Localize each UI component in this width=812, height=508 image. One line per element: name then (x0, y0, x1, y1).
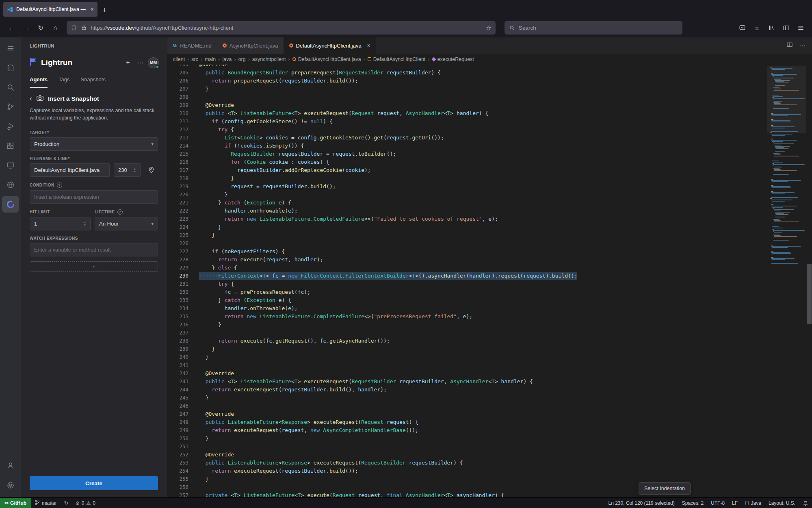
eol-indicator[interactable]: LF (728, 498, 741, 508)
back-chevron-icon[interactable]: ‹ (30, 94, 32, 103)
tab-tags[interactable]: Tags (58, 76, 69, 88)
search-icon[interactable] (2, 79, 19, 96)
code-line[interactable]: 210 public <T> ListenableFuture<T> execu… (167, 109, 767, 117)
line-number[interactable]: 214 (167, 142, 188, 150)
code-line[interactable]: 232 fc = preProcessRequest(fc); (167, 288, 767, 296)
stepper-arrows[interactable]: ▲▼ (84, 221, 86, 226)
code-line[interactable]: 204@Override (167, 65, 767, 69)
keyboard-layout-indicator[interactable]: Layout: U.S. (765, 498, 799, 508)
code-line[interactable]: 224 } (167, 223, 767, 231)
line-number[interactable]: 211 (167, 117, 188, 126)
code-line[interactable]: 228 return execute(request, handler); (167, 256, 767, 264)
code-line[interactable]: 240 } (167, 353, 767, 361)
line-number[interactable]: 256 (167, 483, 188, 491)
line-number-stepper[interactable]: 230 ▲▼ (114, 163, 141, 177)
code-line[interactable]: 243 public <T> ListenableFuture<T> execu… (167, 378, 767, 386)
breadcrumb-item[interactable]: org (238, 56, 246, 62)
language-indicator[interactable]: { } Java (741, 498, 765, 508)
scrollbar-thumb[interactable] (807, 264, 812, 324)
code-line[interactable]: 236 } (167, 321, 767, 329)
line-number[interactable]: 244 (167, 386, 188, 394)
code-line[interactable]: 249 return executeRequest(request, new A… (167, 426, 767, 434)
close-icon[interactable]: × (91, 6, 94, 13)
spinner-down-icon[interactable]: ▼ (84, 224, 86, 226)
code-line[interactable]: 246 (167, 402, 767, 410)
condition-input[interactable]: Insert a boolean expression (30, 190, 158, 204)
line-number[interactable]: 257 (167, 491, 188, 497)
line-number[interactable]: 222 (167, 207, 188, 215)
settings-gear-icon[interactable] (2, 477, 19, 493)
tab-snapshots[interactable]: Snapshots (81, 76, 106, 88)
cursor-position[interactable]: Ln 230, Col 120 (119 selected) (605, 498, 678, 508)
reload-button[interactable]: ↻ (34, 22, 47, 35)
line-number[interactable]: 219 (167, 182, 188, 191)
code-line[interactable]: 233 } catch (Exception e) { (167, 296, 767, 304)
line-number[interactable]: 237 (167, 329, 188, 337)
breadcrumb-item[interactable]: asynchttpclient (252, 56, 286, 62)
spinner-down-icon[interactable]: ▼ (134, 170, 136, 173)
line-number[interactable]: 246 (167, 402, 188, 410)
sync-button[interactable]: ↻ (61, 498, 72, 508)
split-editor-icon[interactable] (786, 41, 793, 50)
minimap[interactable] (767, 65, 806, 497)
line-number[interactable]: 229 (167, 264, 188, 272)
line-number[interactable]: 233 (167, 296, 188, 304)
download-icon[interactable] (750, 22, 763, 35)
line-number[interactable]: 241 (167, 361, 188, 369)
line-number[interactable]: 251 (167, 443, 188, 451)
line-number[interactable]: 238 (167, 337, 188, 345)
editor-scrollbar[interactable] (806, 65, 812, 497)
line-number[interactable]: 220 (167, 191, 188, 199)
line-number[interactable]: 226 (167, 239, 188, 247)
add-watch-expression-button[interactable]: + (30, 261, 158, 272)
code-line[interactable]: 219 request = requestBuilder.build(); (167, 182, 767, 191)
line-number[interactable]: 255 (167, 475, 188, 483)
library-icon[interactable] (765, 22, 778, 35)
line-number[interactable]: 208 (167, 93, 188, 101)
bookmark-star-icon[interactable]: ☆ (486, 24, 492, 32)
sidebars-icon[interactable] (780, 22, 793, 35)
menu-icon[interactable] (794, 22, 807, 35)
code-line[interactable]: 222 handler.onThrowable(e); (167, 207, 767, 215)
code-line[interactable]: 239 } (167, 345, 767, 353)
line-number[interactable]: 212 (167, 126, 188, 134)
line-number[interactable]: 221 (167, 199, 188, 207)
problems-indicator[interactable]: ⊘ 0 ⚠ 0 (72, 498, 99, 508)
forward-button[interactable]: → (19, 22, 32, 35)
line-number[interactable]: 236 (167, 321, 188, 329)
line-number[interactable]: 223 (167, 215, 188, 223)
code-line[interactable]: 242 @Override (167, 369, 767, 378)
line-number[interactable]: 216 (167, 158, 188, 166)
menu-icon[interactable] (2, 40, 19, 56)
breadcrumb-item[interactable]: java (222, 56, 232, 62)
line-number[interactable]: 248 (167, 418, 188, 426)
line-number[interactable]: 217 (167, 166, 188, 174)
source-control-icon[interactable] (2, 98, 19, 115)
more-actions-icon[interactable]: ⋯ (136, 59, 145, 67)
code-line[interactable]: 216 for (Cookie cookie : cookies) { (167, 158, 767, 166)
line-number[interactable]: 209 (167, 101, 188, 109)
lightrun-icon[interactable] (2, 196, 19, 213)
more-actions-icon[interactable]: ⋯ (799, 42, 806, 50)
code-line[interactable]: 213 List<Cookie> cookies = config.getCoo… (167, 134, 767, 142)
code-line[interactable]: 241 (167, 361, 767, 369)
editor-tab[interactable]: DefaultAsyncHttpClient.java× (284, 37, 376, 54)
close-icon[interactable]: × (367, 42, 370, 49)
line-number[interactable]: 240 (167, 353, 188, 361)
code-line[interactable]: 211 if (config.getCookieStore() != null)… (167, 117, 767, 126)
breadcrumb-item[interactable]: src (191, 56, 198, 62)
line-number[interactable]: 245 (167, 394, 188, 402)
watch-expression-input[interactable]: Enter a variable or method result (30, 243, 158, 256)
code-line[interactable]: 209 @Override (167, 101, 767, 109)
code-line[interactable]: 254 return executeRequest(requestBuilder… (167, 467, 767, 475)
code-line[interactable]: 206 return prepareRequest(requestBuilder… (167, 77, 767, 85)
code-line[interactable]: 208 (167, 93, 767, 101)
line-number[interactable]: 243 (167, 378, 188, 386)
breadcrumb-item[interactable]: DefaultAsyncHttpClient (368, 56, 426, 62)
filename-input[interactable]: DefaultAsyncHttpClient.java (30, 163, 110, 177)
account-avatar[interactable]: MM (148, 57, 159, 68)
line-number[interactable]: 239 (167, 345, 188, 353)
code-line[interactable]: 220 } (167, 191, 767, 199)
breadcrumb-item[interactable]: DefaultAsyncHttpClient.java (292, 56, 361, 62)
code-line[interactable]: 252 @Override (167, 451, 767, 459)
